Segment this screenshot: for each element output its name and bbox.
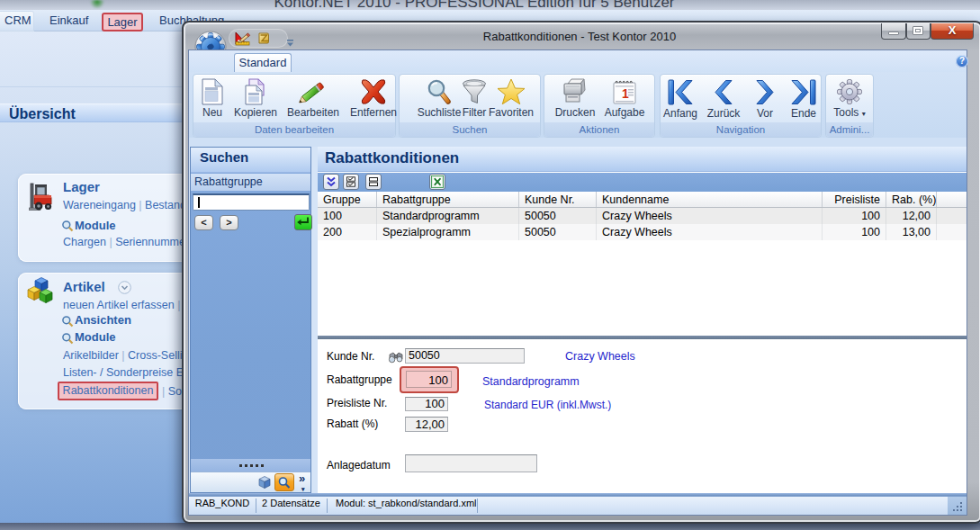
svg-text:1: 1 bbox=[622, 86, 629, 101]
